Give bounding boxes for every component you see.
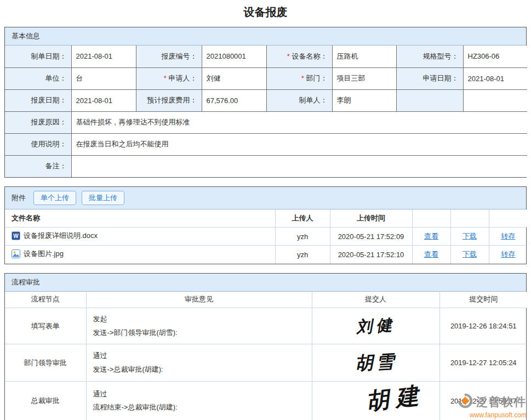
file-name: W 设备报废详细说明.docx — [12, 231, 98, 241]
flow-node: 部门领导审批 — [5, 344, 86, 382]
fanpu-watermark: 泛普软件 www.fanpusoft.com — [457, 393, 527, 419]
apply-date-label: 申请日期： — [396, 67, 463, 89]
equipment-name-label: * 设备名称： — [266, 46, 332, 67]
maker-value: 李朗 — [332, 89, 396, 111]
submit-time-header: 提交时间 — [439, 292, 527, 308]
single-upload-button[interactable]: 单个上传 — [33, 191, 76, 205]
approval-row: 总裁审批 通过 流程结束->总裁审批(胡建): 胡建 2019-12-27 13… — [5, 382, 527, 420]
unit-value: 台 — [71, 67, 136, 89]
equipment-name-value: 压路机 — [332, 46, 396, 67]
submit-time: 2019-12-27 12:05:24 — [439, 344, 527, 382]
usage-note-label: 使用说明： — [5, 133, 71, 155]
transfer-link[interactable]: 转存 — [501, 250, 515, 258]
make-date-label: 制单日期： — [5, 46, 71, 67]
signature: 刘健 — [355, 314, 396, 338]
department-label: * 部门： — [266, 67, 332, 89]
svg-text:W: W — [13, 233, 19, 239]
scrap-reason-value: 基础件损坏，再修理达不到使用标准 — [71, 111, 527, 133]
department-value: 项目三部 — [332, 67, 396, 89]
table-row: 备注： — [5, 155, 527, 177]
file-name: 设备图片.jpg — [12, 249, 64, 259]
file-name-header: 文件名称 — [5, 209, 275, 228]
page-title: 设备报废 — [0, 0, 531, 27]
image-file-icon — [12, 249, 20, 258]
make-date-value: 2021-08-01 — [71, 46, 136, 67]
flow-node: 填写表单 — [5, 308, 86, 344]
scrap-date-label: 报废日期： — [5, 89, 71, 111]
opinion-cell: 通过 流程结束->总裁审批(胡建): — [86, 382, 312, 420]
usage-note-value: 在报废当日和之后均不能使用 — [71, 133, 527, 155]
approval-section: 流程审批 流程节点 审批意见 提交人 提交时间 填写表单 发起 发送->部门领 — [4, 273, 527, 420]
remark-value — [71, 155, 527, 177]
fanpu-logo-icon — [457, 393, 473, 411]
download-link[interactable]: 下载 — [463, 250, 477, 258]
scrap-no-label: 报废编号： — [136, 46, 202, 67]
submitter-header: 提交人 — [312, 292, 439, 308]
opinion-cell: 发起 发送->部门领导审批(胡雪): — [86, 308, 312, 344]
opinion-cell: 通过 发送->总裁审批(胡建): — [86, 344, 312, 382]
table-header-row: 流程节点 审批意见 提交人 提交时间 — [5, 292, 527, 308]
transfer-link[interactable]: 转存 — [501, 232, 515, 240]
page: 设备报废 基本信息 制单日期： 2021-08-01 报废编号： 2021080… — [0, 0, 531, 420]
flow-node-header: 流程节点 — [5, 292, 86, 308]
basic-info-section: 基本信息 制单日期： 2021-08-01 报废编号： 2021080001 *… — [4, 27, 527, 178]
scrap-no-value: 2021080001 — [202, 46, 266, 67]
spec-model-label: 规格型号： — [396, 46, 463, 67]
approval-row: 填写表单 发起 发送->部门领导审批(胡雪): 刘健 2019-12-26 18… — [5, 308, 527, 344]
apply-date-value: 2021-08-01 — [463, 67, 527, 89]
attachments-table: 文件名称 上传人 上传时间 W 设备报废详细说明.docx — [5, 209, 527, 264]
watermark-url: www.fanpusoft.com — [457, 411, 527, 419]
uploader-cell: yzh — [275, 246, 330, 264]
approval-row: 部门领导审批 通过 发送->总裁审批(胡建): 胡雪 2019-12-27 12… — [5, 344, 527, 382]
applicant-value: 刘健 — [202, 67, 266, 89]
applicant-label: * 申请人： — [136, 67, 202, 89]
attachments-section-title: 附件 — [12, 193, 26, 203]
attachments-section-header: 附件 单个上传 批量上传 — [5, 187, 526, 209]
table-row: 报废日期： 2021-08-01 预计报废费用： 67,576.00 制单人： … — [5, 89, 527, 111]
flow-node: 总裁审批 — [5, 382, 86, 420]
scrap-reason-label: 报废原因： — [5, 111, 71, 133]
basic-info-table: 制单日期： 2021-08-01 报废编号： 2021080001 * 设备名称… — [5, 46, 527, 177]
view-link[interactable]: 查看 — [424, 232, 438, 240]
estimated-cost-value: 67,576.00 — [202, 89, 266, 111]
approval-section-title: 流程审批 — [5, 274, 526, 292]
empty-value — [463, 89, 527, 111]
table-row: 单位： 台 * 申请人： 刘健 * 部门： 项目三部 申请日期： 2021-08… — [5, 67, 527, 89]
uploader-header: 上传人 — [275, 209, 330, 228]
download-link[interactable]: 下载 — [463, 232, 477, 240]
action-header-empty — [489, 209, 527, 228]
view-link[interactable]: 查看 — [424, 250, 438, 258]
table-header-row: 文件名称 上传人 上传时间 — [5, 209, 527, 228]
scrap-date-value: 2021-08-01 — [71, 89, 136, 111]
empty-label — [396, 89, 463, 111]
basic-info-section-title: 基本信息 — [5, 27, 526, 46]
table-row: 制单日期： 2021-08-01 报废编号： 2021080001 * 设备名称… — [5, 46, 527, 67]
action-header-empty — [450, 209, 489, 228]
upload-time-cell: 2020-05-21 17:52:10 — [330, 246, 412, 264]
opinion-header: 审批意见 — [86, 292, 312, 308]
submit-time: 2019-12-26 18:24:51 — [439, 308, 527, 344]
attachment-row: W 设备报废详细说明.docx yzh 2020-05-21 17:52:09 … — [5, 228, 527, 246]
spec-model-value: HZ306-06 — [463, 46, 527, 67]
table-row: 报废原因： 基础件损坏，再修理达不到使用标准 — [5, 111, 527, 133]
table-row: 使用说明： 在报废当日和之后均不能使用 — [5, 133, 527, 155]
batch-upload-button[interactable]: 批量上传 — [82, 191, 124, 205]
maker-label: 制单人： — [266, 89, 332, 111]
uploader-cell: yzh — [275, 228, 330, 246]
upload-time-cell: 2020-05-21 17:52:09 — [330, 228, 412, 246]
watermark-brand: 泛普软件 — [476, 394, 527, 410]
action-header-empty — [412, 209, 450, 228]
unit-label: 单位： — [5, 67, 71, 89]
word-file-icon: W — [12, 231, 20, 240]
estimated-cost-label: 预计报废费用： — [136, 89, 202, 111]
remark-label: 备注： — [5, 155, 71, 177]
approval-table: 流程节点 审批意见 提交人 提交时间 填写表单 发起 发送->部门领导审批(胡雪… — [5, 292, 527, 420]
attachments-section: 附件 单个上传 批量上传 文件名称 上传人 上传时间 — [4, 186, 527, 264]
attachment-row: 设备图片.jpg yzh 2020-05-21 17:52:10 查看 下载 转… — [5, 246, 527, 264]
signature: 胡雪 — [354, 350, 397, 377]
upload-time-header: 上传时间 — [330, 209, 412, 228]
signature: 胡建 — [364, 379, 426, 417]
